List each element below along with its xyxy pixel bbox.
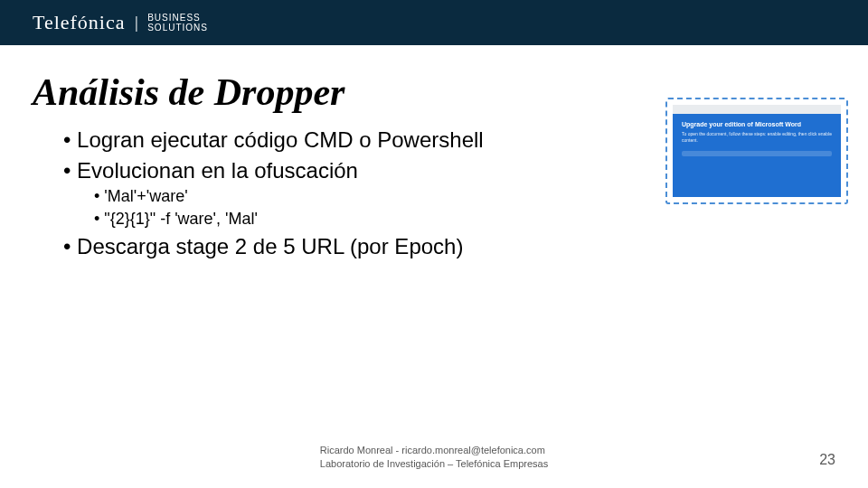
footer: Ricardo Monreal - ricardo.monreal@telefo… bbox=[0, 444, 868, 470]
bullet-list: Logran ejecutar código CMD o Powershell … bbox=[63, 125, 642, 261]
page-number: 23 bbox=[819, 452, 835, 468]
screenshot-thumb-inner: Upgrade your edition of Microsoft Word T… bbox=[673, 105, 841, 197]
brand-wordmark: Telefónica bbox=[33, 11, 126, 34]
bullet-2a: 'Mal'+'ware' bbox=[94, 185, 642, 208]
footer-line-2: Laboratorio de Investigación – Telefónic… bbox=[320, 457, 548, 470]
footer-text: Ricardo Monreal - ricardo.monreal@telefo… bbox=[320, 444, 548, 470]
brand-separator: | bbox=[135, 14, 139, 33]
thumb-bar bbox=[682, 151, 832, 156]
thumb-text: To open the document, follow these steps… bbox=[682, 131, 832, 144]
header-bar: Telefónica | BUSINESS SOLUTIONS bbox=[0, 0, 868, 45]
bullet-2b: "{2}{1}" -f 'ware', 'Mal' bbox=[94, 208, 642, 230]
brand-subtitle: BUSINESS SOLUTIONS bbox=[147, 13, 208, 33]
bullet-2: Evolucionan en la ofuscación bbox=[63, 155, 642, 186]
bullet-3: Descarga stage 2 de 5 URL (por Epoch) bbox=[63, 231, 642, 262]
screenshot-thumb: Upgrade your edition of Microsoft Word T… bbox=[665, 98, 848, 204]
slide-body: Upgrade your edition of Microsoft Word T… bbox=[0, 125, 868, 261]
bullet-1: Logran ejecutar código CMD o Powershell bbox=[63, 125, 642, 155]
thumb-title: Upgrade your edition of Microsoft Word bbox=[682, 121, 832, 127]
footer-line-1: Ricardo Monreal - ricardo.monreal@telefo… bbox=[320, 444, 548, 456]
